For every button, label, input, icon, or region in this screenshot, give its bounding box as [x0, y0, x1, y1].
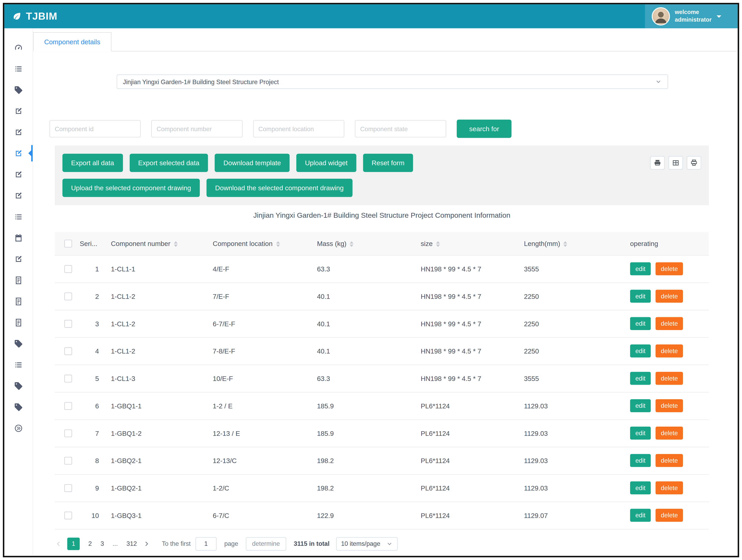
sidebar-item-9-calendar[interactable] — [4, 227, 33, 249]
delete-button[interactable]: delete — [655, 372, 683, 385]
column-header-component-number[interactable]: Component number — [105, 232, 207, 255]
edit-button[interactable]: edit — [630, 426, 651, 440]
delete-button[interactable]: delete — [655, 399, 683, 412]
edit-button[interactable]: edit — [630, 509, 651, 522]
print-button[interactable] — [687, 156, 701, 170]
sidebar-item-13-document[interactable] — [4, 312, 33, 333]
determine-button[interactable]: determine — [246, 537, 286, 550]
sidebar-item-15-list[interactable] — [4, 354, 33, 375]
sidebar-item-3-edit[interactable] — [4, 100, 33, 121]
user-menu[interactable]: welcome administrator — [645, 4, 738, 29]
export-all-data-button[interactable]: Export all data — [62, 154, 123, 172]
chevron-down-icon — [717, 15, 721, 20]
component-location-input[interactable] — [253, 120, 344, 137]
active-menu-marker — [31, 145, 33, 161]
row-checkbox[interactable] — [64, 348, 72, 355]
delete-button[interactable]: delete — [655, 454, 683, 467]
sidebar-item-2-tag[interactable] — [4, 79, 33, 101]
sidebar-item-14-tag[interactable] — [4, 333, 33, 354]
sort-icon[interactable] — [564, 241, 568, 247]
project-select[interactable]: Jinjian Yingxi Garden-1# Building Steel … — [117, 74, 668, 89]
search-button[interactable]: search for — [457, 119, 512, 138]
sidebar-item-7-edit[interactable] — [4, 185, 33, 206]
page-size-select[interactable]: 10 items/page — [336, 537, 398, 550]
row-checkbox[interactable] — [64, 484, 72, 492]
table-row: 101-GBQ3-16-7/C122.9PL6*11241129.07editd… — [55, 502, 709, 529]
sidebar-item-6-edit[interactable] — [4, 164, 33, 185]
column-header-size[interactable]: size — [415, 232, 518, 255]
sort-icon[interactable] — [436, 241, 440, 247]
sort-icon[interactable] — [350, 241, 354, 247]
edit-button[interactable]: edit — [630, 345, 651, 358]
sidebar-item-8-list[interactable] — [4, 206, 33, 227]
export-device-button[interactable] — [650, 156, 665, 170]
page-jump-input[interactable] — [196, 537, 217, 550]
edit-button[interactable]: edit — [630, 454, 651, 467]
row-checkbox[interactable] — [64, 512, 72, 519]
delete-button[interactable]: delete — [655, 262, 683, 275]
table-row: 61-GBQ1-11-2 / E185.9PL6*11241129.03edit… — [55, 392, 709, 419]
sidebar-item-5-edit[interactable] — [4, 143, 33, 164]
sidebar-item-4-edit[interactable] — [4, 121, 33, 143]
page-button-312[interactable]: 312 — [126, 540, 137, 547]
edit-button[interactable]: edit — [630, 262, 651, 275]
sidebar-item-18-expand[interactable] — [4, 417, 33, 439]
sidebar-item-10-edit[interactable] — [4, 248, 33, 269]
upload-selected-component-drawing-button[interactable]: Upload the selected component drawing — [62, 179, 200, 197]
component-id-input[interactable] — [49, 120, 141, 137]
row-checkbox[interactable] — [64, 429, 72, 437]
download-selected-component-drawing-button[interactable]: Download the selected component drawing — [206, 179, 352, 197]
select-all-checkbox[interactable] — [64, 240, 72, 248]
edit-button[interactable]: edit — [630, 372, 651, 385]
edit-button[interactable]: edit — [630, 290, 651, 303]
export-selected-data-button[interactable]: Export selected data — [129, 154, 208, 172]
delete-button[interactable]: delete — [655, 290, 683, 303]
component-location-cell: 1-2 / E — [206, 392, 311, 419]
delete-button[interactable]: delete — [655, 317, 683, 330]
sidebar-item-16-tag[interactable] — [4, 375, 33, 396]
row-checkbox[interactable] — [64, 402, 72, 410]
component-location-cell: 12-13 / E — [206, 419, 311, 447]
upload-widget-button[interactable]: Upload widget — [296, 154, 356, 172]
component-state-input[interactable] — [355, 120, 446, 137]
delete-button[interactable]: delete — [655, 481, 683, 494]
length-cell: 1129.03 — [518, 447, 624, 474]
component-number-cell: 1-GBQ3-1 — [105, 502, 207, 529]
next-page-button[interactable] — [143, 540, 150, 547]
edit-button[interactable]: edit — [630, 481, 651, 494]
sidebar-item-1-list[interactable] — [4, 58, 33, 79]
row-checkbox[interactable] — [64, 375, 72, 383]
sidebar-item-11-document[interactable] — [4, 269, 33, 291]
delete-button[interactable]: delete — [655, 509, 683, 522]
row-checkbox[interactable] — [64, 293, 72, 300]
column-header-component-location[interactable]: Component location — [206, 232, 311, 255]
app-header: TJBIM welcome administrator — [4, 4, 738, 29]
column-header-mass-kg[interactable]: Mass (kg) — [311, 232, 415, 255]
delete-button[interactable]: delete — [655, 345, 683, 358]
length-cell: 1129.07 — [518, 502, 624, 529]
sidebar-item-12-document[interactable] — [4, 291, 33, 312]
edit-button[interactable]: edit — [630, 399, 651, 412]
edit-button[interactable]: edit — [630, 317, 651, 330]
delete-button[interactable]: delete — [655, 426, 683, 440]
prev-page-button[interactable] — [55, 540, 62, 547]
row-checkbox[interactable] — [64, 320, 72, 328]
page-button-1[interactable]: 1 — [67, 538, 80, 550]
row-checkbox[interactable] — [64, 457, 72, 465]
columns-button[interactable] — [669, 156, 683, 170]
row-checkbox[interactable] — [64, 265, 72, 273]
sort-icon[interactable] — [276, 241, 280, 247]
sidebar-item-0-dashboard[interactable] — [4, 37, 33, 58]
pagination-pages: 123...312 — [67, 538, 137, 550]
download-template-button[interactable]: Download template — [215, 154, 290, 172]
sidebar-item-17-tag[interactable] — [4, 396, 33, 418]
column-header-length-mm[interactable]: Length(mm) — [518, 232, 624, 255]
document-icon — [14, 318, 23, 327]
component-number-input[interactable] — [151, 120, 243, 137]
reset-form-button[interactable]: Reset form — [363, 154, 413, 172]
page-button-3[interactable]: 3 — [101, 540, 104, 547]
tab-component-details[interactable]: Component details — [33, 32, 111, 51]
component-location-cell: 7/E-F — [206, 283, 311, 310]
sort-icon[interactable] — [174, 241, 177, 247]
page-button-2[interactable]: 2 — [88, 540, 92, 547]
